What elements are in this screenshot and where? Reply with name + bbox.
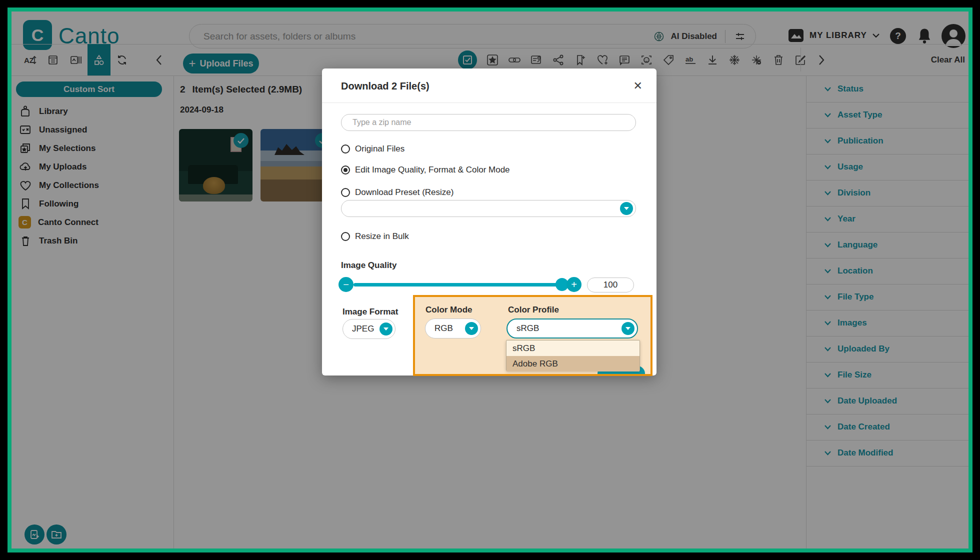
zip-name-input[interactable]: Type a zip name xyxy=(341,114,636,131)
canto-app: C Canto Search for assets, folders or al… xyxy=(12,12,968,548)
image-format-dropdown[interactable]: JPEG xyxy=(342,319,396,339)
color-profile-option-list: sRGB Adobe RGB xyxy=(506,340,640,371)
color-mode-dropdown[interactable]: RGB xyxy=(425,318,481,338)
radio-edit-quality[interactable]: Edit Image Quality, Format & Color Mode xyxy=(341,164,510,176)
image-quality-label: Image Quality xyxy=(341,260,396,270)
preset-dropdown[interactable] xyxy=(341,200,636,217)
chevron-down-icon[interactable] xyxy=(465,322,478,335)
color-profile-dropdown[interactable]: sRGB xyxy=(506,318,638,338)
modal-title: Download 2 File(s) xyxy=(341,80,430,92)
color-profile-label: Color Profile xyxy=(508,305,559,315)
chevron-down-icon[interactable] xyxy=(620,202,633,215)
tutorial-highlight-box: Color Mode Color Profile RGB sRGB sRGB A… xyxy=(413,295,652,376)
radio-download-preset[interactable]: Download Preset (Resize) xyxy=(341,186,454,198)
chevron-down-icon[interactable] xyxy=(622,322,634,335)
quality-increase-button[interactable]: + xyxy=(566,277,582,292)
chevron-down-icon[interactable] xyxy=(380,322,392,336)
option-adobe-rgb[interactable]: Adobe RGB xyxy=(506,356,640,372)
radio-icon xyxy=(341,144,350,154)
color-mode-label: Color Mode xyxy=(426,305,472,315)
radio-selected-icon xyxy=(341,166,350,174)
radio-icon xyxy=(341,188,350,197)
divider xyxy=(322,102,656,103)
image-format-label: Image Format xyxy=(342,307,398,317)
quality-decrease-button[interactable]: − xyxy=(338,277,354,292)
radio-icon xyxy=(341,232,350,241)
option-srgb[interactable]: sRGB xyxy=(506,340,640,356)
close-icon[interactable]: ✕ xyxy=(634,80,642,92)
radio-original-files[interactable]: Original Files xyxy=(341,143,404,155)
quality-value-field[interactable]: 100 xyxy=(587,278,634,292)
screenshot-frame: C Canto Search for assets, folders or al… xyxy=(8,8,972,552)
radio-resize-in-bulk[interactable]: Resize in Bulk xyxy=(341,230,409,242)
quality-slider-track[interactable] xyxy=(354,283,564,286)
